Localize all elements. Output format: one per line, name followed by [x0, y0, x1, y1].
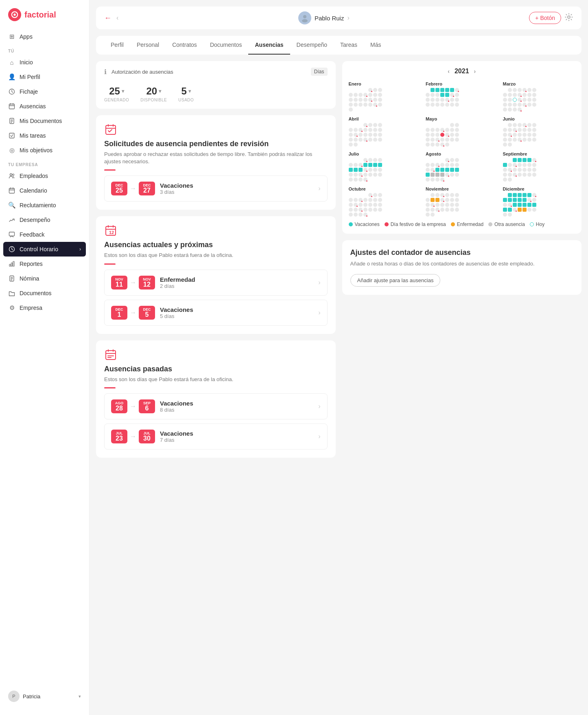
cal-prev-icon[interactable]: ‹ [448, 68, 450, 75]
pending-header: Solicitudes de ausencia pendientes de re… [104, 123, 328, 171]
legend-holiday-label: Día festivo de la empresa [391, 222, 446, 227]
calendar-card: ‹ 2021 › Enero [342, 61, 582, 234]
nav-icon: › [318, 403, 320, 410]
current-card: 12 Ausencias actuales y próximas Estos s… [96, 216, 336, 333]
sick-dot [451, 222, 455, 226]
other-dot [488, 222, 492, 226]
past-title: Ausencias pasadas [104, 365, 328, 373]
absence-days: 2 días [160, 283, 313, 289]
sidebar-item-inicio-label: Inicio [20, 59, 33, 66]
svg-text:12: 12 [109, 230, 114, 235]
add-adjustment-button[interactable]: Añadir ajuste para las ausencias [350, 274, 441, 287]
sidebar-item-mi-perfil[interactable]: 👤 Mi Perfil [0, 70, 89, 84]
stat-generated-number: 25 ▾ [109, 86, 124, 97]
sidebar-item-empresa-label: Empresa [20, 305, 42, 311]
month-label: Diciembre [503, 186, 575, 191]
month-grid [426, 158, 498, 182]
legend-other-label: Otra ausencia [494, 222, 525, 227]
tab-perfil[interactable]: Perfil [104, 36, 130, 55]
month-grid [503, 193, 575, 217]
sidebar-item-ausencias[interactable]: Ausencias [0, 99, 89, 114]
auth-label: Autorización de ausencias [111, 69, 306, 75]
legend-today-label: Hoy [536, 222, 544, 227]
month-label: Julio [349, 151, 421, 156]
end-date: JUL 30 [139, 430, 155, 443]
svg-rect-8 [9, 189, 15, 193]
tab-documentos[interactable]: Documentos [203, 36, 249, 55]
month-label: Febrero [426, 81, 498, 86]
tab-contratos[interactable]: Contratos [166, 36, 203, 55]
month-enero: Enero [349, 81, 421, 112]
sidebar-item-inicio[interactable]: ⌂ Inicio [0, 55, 89, 70]
tab-personal[interactable]: Personal [130, 36, 166, 55]
sidebar-item-mis-tareas-label: Mis tareas [20, 132, 46, 139]
tab-mas[interactable]: Más [364, 36, 387, 55]
legend-sick-label: Enfermedad [457, 222, 483, 227]
list-item[interactable]: AGO 28 → SEP 6 Vacaciones 8 días [104, 393, 328, 419]
sidebar-item-mis-tareas[interactable]: Mis tareas [0, 128, 89, 143]
tabs-bar: Perfil Personal Contratos Documentos Aus… [96, 36, 581, 55]
svg-point-15 [303, 15, 306, 18]
ausencias-icon [8, 103, 15, 110]
absence-type: Enfermedad [160, 276, 313, 283]
list-item[interactable]: JUL 23 → JUL 30 Vacaciones 7 días [104, 423, 328, 450]
next-icon[interactable]: › [347, 14, 349, 22]
month-junio: Junio [503, 116, 575, 147]
sidebar-item-empresa[interactable]: ⚙ Empresa [0, 300, 89, 315]
sidebar-item-desempeno-label: Desempeño [20, 217, 50, 223]
main-content: ← ‹ Pablo Ruiz › + Botón Perfil Personal… [90, 0, 588, 715]
svg-rect-12 [11, 263, 13, 267]
user-avatar [298, 11, 311, 24]
absence-info: Vacaciones 3 días [160, 182, 313, 195]
start-date: AGO 28 [111, 399, 127, 413]
month-label: Abril [349, 116, 421, 121]
sidebar-item-nomina[interactable]: Nómina [0, 271, 89, 286]
sidebar-item-empleados[interactable]: Empleados [0, 169, 89, 183]
pending-items: DEC 25 → DEC 27 Vacaciones 3 días [104, 175, 328, 202]
tab-ausencias[interactable]: Ausencias [248, 36, 290, 55]
sidebar-item-reclutamiento[interactable]: 🔍 Reclutamiento [0, 198, 89, 213]
absence-days: 5 días [160, 313, 313, 319]
sidebar: factorial ⊞ Apps TÚ ⌂ Inicio 👤 Mi Perfil… [0, 0, 90, 715]
user-menu[interactable]: P Patricia ▾ [0, 686, 89, 707]
chevron-icon: ▾ [122, 88, 124, 94]
sidebar-item-feedback[interactable]: Feedback [0, 227, 89, 242]
prev-icon[interactable]: ‹ [116, 14, 118, 22]
section-tu-label: TÚ [0, 44, 89, 55]
sidebar-item-reportes[interactable]: Reportes [0, 257, 89, 271]
svg-rect-21 [106, 351, 116, 360]
sidebar-item-fichaje[interactable]: Fichaje [0, 84, 89, 99]
sidebar-item-mis-objetivos[interactable]: ◎ Mis objetivos [0, 143, 89, 158]
adjustments-card: Ajustes del contador de ausencias Añade … [342, 240, 582, 295]
apps-icon: ⊞ [8, 33, 15, 40]
absence-info: Enfermedad 2 días [160, 276, 313, 289]
list-item[interactable]: NOV 11 → NOV 12 Enfermedad 2 días [104, 270, 328, 296]
settings-icon[interactable] [564, 13, 573, 24]
sidebar-item-apps[interactable]: ⊞ Apps [0, 29, 89, 44]
sidebar-item-documentos-empresa[interactable]: Documentos [0, 286, 89, 300]
month-febrero: Febrero [426, 81, 498, 112]
legend-holiday: Día festivo de la empresa [385, 222, 446, 227]
svg-rect-5 [9, 133, 14, 138]
arrow-icon: › [79, 246, 81, 252]
sidebar-item-desempeno[interactable]: Desempeño [0, 213, 89, 227]
users-icon [8, 172, 15, 180]
absence-info: Vacaciones 5 días [160, 306, 313, 319]
back-button[interactable]: ← [104, 14, 111, 22]
list-item[interactable]: DEC 1 → DEC 5 Vacaciones 5 días [104, 300, 328, 326]
sidebar-item-mis-documentos[interactable]: Mis Documentos [0, 114, 89, 128]
sidebar-item-calendario[interactable]: Calendario [0, 183, 89, 198]
tab-tareas[interactable]: Tareas [334, 36, 364, 55]
sidebar-item-control-horario[interactable]: Control Horario › [3, 242, 86, 257]
tab-desempeno[interactable]: Desempeño [290, 36, 334, 55]
new-button[interactable]: + Botón [529, 12, 561, 24]
end-date: NOV 12 [139, 276, 155, 290]
legend-vacaciones: Vacaciones [349, 222, 380, 227]
list-item[interactable]: DEC 25 → DEC 27 Vacaciones 3 días [104, 175, 328, 202]
stat-used: 5 ▾ USADO [178, 86, 194, 102]
clock2-icon [8, 246, 15, 253]
cal-next-icon[interactable]: › [474, 68, 476, 75]
nav-icon: › [318, 185, 320, 192]
topbar-user-name: Pablo Ruiz [315, 15, 344, 22]
logo: factorial [0, 8, 89, 29]
